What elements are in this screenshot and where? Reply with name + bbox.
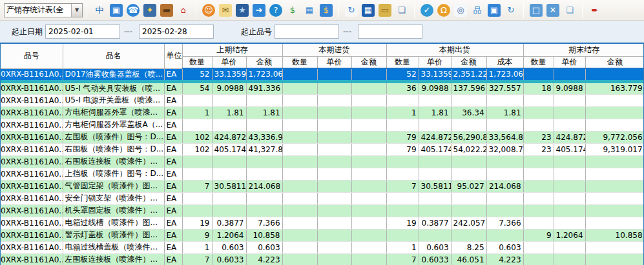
value-cell[interactable] <box>419 229 451 241</box>
key-icon[interactable]: ➜ <box>253 4 265 17</box>
unit-cell[interactable]: EA <box>164 217 182 229</box>
value-cell[interactable]: 242.057 <box>451 217 486 229</box>
unit-cell[interactable]: EA <box>164 229 182 241</box>
value-cell[interactable]: 30.5811 <box>419 180 451 192</box>
value-cell[interactable] <box>451 168 486 180</box>
value-cell[interactable] <box>554 217 585 229</box>
value-cell[interactable]: 9.0988 <box>419 81 451 94</box>
item-no-cell[interactable]: 0XRX-B1161A0... <box>1 229 63 241</box>
table-row[interactable]: 0XRX-B1161A0...安全门锁支架（喷漆件）...EA <box>1 192 644 204</box>
value-cell[interactable] <box>554 155 585 168</box>
value-cell[interactable] <box>351 106 386 119</box>
item-no-cell[interactable]: 0XRX-B1161A0... <box>1 204 63 217</box>
value-cell[interactable] <box>386 204 419 217</box>
value-cell[interactable]: 0.6033 <box>212 253 246 265</box>
value-cell[interactable] <box>282 204 317 217</box>
value-cell[interactable] <box>317 155 351 168</box>
value-cell[interactable] <box>212 168 246 180</box>
value-cell[interactable] <box>246 155 282 168</box>
value-cell[interactable] <box>523 217 554 229</box>
value-cell[interactable] <box>554 68 585 81</box>
value-cell[interactable] <box>182 204 212 217</box>
unit-cell[interactable]: EA <box>164 68 182 81</box>
item-to-input[interactable] <box>358 25 422 39</box>
value-cell[interactable] <box>585 204 644 217</box>
value-cell[interactable]: 33.1359 <box>419 68 451 81</box>
close-window-icon[interactable]: ✕ <box>546 4 559 17</box>
home-icon[interactable]: ⌂ <box>177 4 190 17</box>
value-cell[interactable] <box>182 155 212 168</box>
help-icon[interactable]: ? <box>269 4 282 17</box>
value-cell[interactable] <box>523 119 554 131</box>
value-cell[interactable] <box>554 192 585 204</box>
value-cell[interactable]: 1 <box>182 106 212 119</box>
item-name-cell[interactable]: 左围板（喷漆件）图号：D... <box>63 131 164 143</box>
org-chart-icon[interactable]: 品 <box>471 4 484 17</box>
value-cell[interactable]: 52 <box>182 68 212 81</box>
report-type-combobox[interactable]: 产销存统计表(全 ▼ <box>4 3 83 17</box>
value-cell[interactable] <box>554 204 585 217</box>
col-header-item-name[interactable]: 品名 <box>63 44 164 68</box>
value-cell[interactable] <box>317 180 351 192</box>
value-cell[interactable]: 95.027 <box>451 180 486 192</box>
value-cell[interactable]: 214.068 <box>246 180 282 192</box>
user-dollar-icon[interactable]: $ <box>320 4 333 17</box>
value-cell[interactable]: 8.25 <box>451 241 486 253</box>
value-cell[interactable]: 1 <box>386 106 419 119</box>
value-cell[interactable]: 9,319.017 <box>585 143 644 155</box>
unit-cell[interactable]: EA <box>164 253 182 265</box>
check-icon[interactable]: ✓ <box>421 4 433 17</box>
value-cell[interactable] <box>585 168 644 180</box>
table-row[interactable]: 0XRX-B1161A0...警示灯盖板（喷漆件）图...EA91.206410… <box>1 229 644 241</box>
phone-icon[interactable]: ☎ <box>127 4 140 17</box>
item-name-cell[interactable]: 上挡板（喷漆件）图号：D... <box>63 168 164 180</box>
value-cell[interactable]: 43,336.946 <box>246 131 282 143</box>
item-name-cell[interactable]: 电箱过线槽（喷漆件）图... <box>63 217 164 229</box>
value-cell[interactable] <box>351 229 386 241</box>
col-header-prev-qty[interactable]: 数量 <box>182 56 212 68</box>
value-cell[interactable]: 56,290.855 <box>451 131 486 143</box>
value-cell[interactable]: 1,723.065 <box>486 68 523 81</box>
unit-cell[interactable]: EA <box>164 168 182 180</box>
item-name-cell[interactable]: 安全门锁支架（喷漆件）... <box>63 192 164 204</box>
value-cell[interactable] <box>451 155 486 168</box>
value-cell[interactable] <box>212 192 246 204</box>
value-cell[interactable] <box>182 119 212 131</box>
briefcase-icon[interactable]: ▬ <box>160 4 173 17</box>
dollar-icon[interactable]: $ <box>286 4 299 17</box>
unit-cell[interactable]: EA <box>164 81 182 94</box>
date-from-input[interactable] <box>45 25 120 39</box>
value-cell[interactable]: 7.366 <box>486 217 523 229</box>
table-row[interactable]: 0XRX-B1161A0...方电柜伺服器外罩盖板A（...EA <box>1 119 644 131</box>
value-cell[interactable] <box>317 131 351 143</box>
value-cell[interactable] <box>419 155 451 168</box>
language-sync-icon[interactable]: 中 <box>93 4 106 17</box>
value-cell[interactable]: 424.872 <box>419 131 451 143</box>
value-cell[interactable] <box>554 253 585 265</box>
value-cell[interactable] <box>212 119 246 131</box>
unit-cell[interactable]: EA <box>164 143 182 155</box>
item-name-cell[interactable]: 电箱过线槽盖板（喷漆件... <box>63 241 164 253</box>
item-no-cell[interactable]: 0XRX-B1161A0... <box>1 106 63 119</box>
col-header-purchase-qty[interactable]: 数量 <box>282 56 317 68</box>
report-refresh-icon[interactable]: ↻ <box>345 4 358 17</box>
col-header-ship-amount[interactable]: 金额 <box>451 56 486 68</box>
value-cell[interactable]: 102 <box>182 143 212 155</box>
value-cell[interactable]: 9.0988 <box>212 81 246 94</box>
screen-pointer-icon[interactable]: ▣ <box>488 4 501 17</box>
item-name-cell[interactable]: 右围板（喷漆件）图号：D... <box>63 143 164 155</box>
item-no-cell[interactable]: 0XRX-B1161A0... <box>1 68 63 81</box>
value-cell[interactable] <box>419 119 451 131</box>
value-cell[interactable]: 7 <box>182 180 212 192</box>
value-cell[interactable]: 424.872 <box>212 131 246 143</box>
table-row[interactable]: 0XRX-B1161A0...U5-I 电源开关盖板（喷漆...EA <box>1 94 644 106</box>
value-cell[interactable]: 214.068 <box>486 180 523 192</box>
value-cell[interactable] <box>554 168 585 180</box>
value-cell[interactable] <box>523 155 554 168</box>
value-cell[interactable]: 4.223 <box>486 253 523 265</box>
item-no-cell[interactable]: 0XRX-B1161A0... <box>1 119 63 131</box>
value-cell[interactable] <box>212 155 246 168</box>
value-cell[interactable] <box>317 168 351 180</box>
value-cell[interactable] <box>246 204 282 217</box>
chevron-down-icon[interactable]: ▼ <box>71 4 82 17</box>
